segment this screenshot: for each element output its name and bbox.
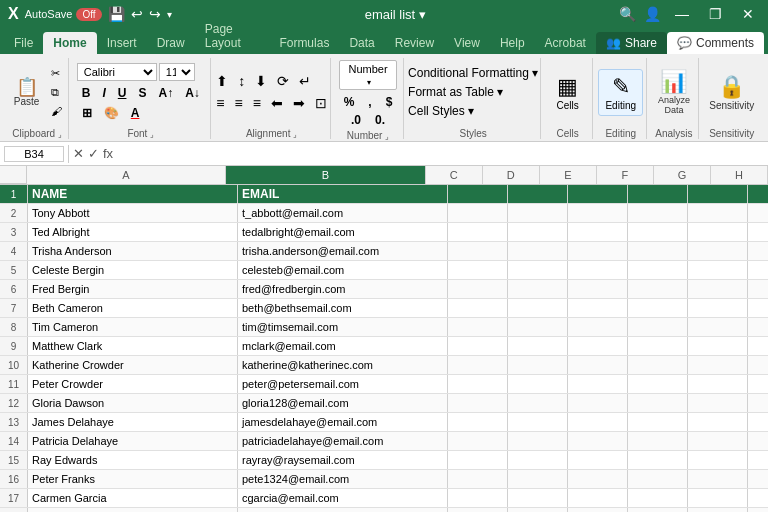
cell-C9[interactable] <box>448 337 508 355</box>
function-icon[interactable]: fx <box>103 146 113 161</box>
autosave-state[interactable]: Off <box>76 8 101 21</box>
col-header-b[interactable]: B <box>226 166 426 184</box>
email-cell[interactable]: tim@timsemail.com <box>238 318 448 336</box>
name-cell[interactable]: Gloria Dawson <box>28 394 238 412</box>
table-row[interactable]: 15Ray Edwardsrayray@raysemail.com <box>0 451 768 470</box>
fill-color-button[interactable]: 🎨 <box>99 105 124 121</box>
cell-F7[interactable] <box>628 299 688 317</box>
cell-styles-button[interactable]: Cell Styles ▾ <box>404 103 542 119</box>
table-row[interactable]: 9Matthew Clarkmclark@email.com <box>0 337 768 356</box>
cell-F12[interactable] <box>628 394 688 412</box>
sensitivity-button[interactable]: 🔒 Sensitivity <box>704 71 759 114</box>
copy-button[interactable]: ⧉ <box>47 84 66 101</box>
cell-E7[interactable] <box>568 299 628 317</box>
row-number-cell[interactable]: 11 <box>0 375 28 393</box>
row-number-cell[interactable]: 17 <box>0 489 28 507</box>
name-cell[interactable]: Tim Cameron <box>28 318 238 336</box>
editing-button[interactable]: ✎ Editing <box>598 69 643 116</box>
cell-F9[interactable] <box>628 337 688 355</box>
cell-G10[interactable] <box>688 356 748 374</box>
cell-H18[interactable] <box>748 508 768 512</box>
cell-C4[interactable] <box>448 242 508 260</box>
row-number-cell[interactable]: 9 <box>0 337 28 355</box>
cell-D13[interactable] <box>508 413 568 431</box>
col-header-h[interactable]: H <box>711 166 768 184</box>
center-align-button[interactable]: ≡ <box>230 93 246 113</box>
cell-G7[interactable] <box>688 299 748 317</box>
cell-E15[interactable] <box>568 451 628 469</box>
cell-G16[interactable] <box>688 470 748 488</box>
name-cell[interactable]: Peter Franks <box>28 470 238 488</box>
email-cell[interactable]: jamesdelahaye@email.com <box>238 413 448 431</box>
cell-G3[interactable] <box>688 223 748 241</box>
row-number-cell[interactable]: 14 <box>0 432 28 450</box>
italic-button[interactable]: I <box>97 85 110 101</box>
row-number-cell[interactable]: 1 <box>0 185 28 203</box>
tab-acrobat[interactable]: Acrobat <box>535 32 596 54</box>
paste-button[interactable]: 📋 Paste <box>9 75 45 110</box>
row-number-cell[interactable]: 13 <box>0 413 28 431</box>
orient-button[interactable]: ⟳ <box>273 71 293 91</box>
formula-input[interactable] <box>117 146 764 162</box>
cell-D14[interactable] <box>508 432 568 450</box>
cell-G6[interactable] <box>688 280 748 298</box>
cell-E12[interactable] <box>568 394 628 412</box>
row-number-cell[interactable]: 2 <box>0 204 28 222</box>
cell-E6[interactable] <box>568 280 628 298</box>
email-cell[interactable]: mgarcia@email.com <box>238 508 448 512</box>
indent-less-button[interactable]: ⬅ <box>267 93 287 113</box>
cell-C10[interactable] <box>448 356 508 374</box>
font-size-select[interactable]: 11 <box>159 63 195 81</box>
cell-F14[interactable] <box>628 432 688 450</box>
format-as-table-button[interactable]: Format as Table ▾ <box>404 84 542 100</box>
email-cell[interactable]: fred@fredbergin.com <box>238 280 448 298</box>
bold-button[interactable]: B <box>77 85 96 101</box>
name-cell[interactable]: Peter Crowder <box>28 375 238 393</box>
email-cell[interactable]: tedalbright@email.com <box>238 223 448 241</box>
email-cell[interactable]: t_abbott@email.com <box>238 204 448 222</box>
right-align-button[interactable]: ≡ <box>249 93 265 113</box>
cell-D15[interactable] <box>508 451 568 469</box>
name-cell[interactable]: Ted Albright <box>28 223 238 241</box>
name-cell[interactable]: Katherine Crowder <box>28 356 238 374</box>
comma-button[interactable]: , <box>363 94 376 110</box>
restore-button[interactable]: ❐ <box>703 4 728 24</box>
cell-D16[interactable] <box>508 470 568 488</box>
cell-H5[interactable] <box>748 261 768 279</box>
tab-view[interactable]: View <box>444 32 490 54</box>
cell-C14[interactable] <box>448 432 508 450</box>
autosave-toggle[interactable]: AutoSave Off <box>25 8 102 21</box>
cell-H4[interactable] <box>748 242 768 260</box>
cell-G11[interactable] <box>688 375 748 393</box>
format-painter-button[interactable]: 🖌 <box>47 103 66 119</box>
conditional-formatting-button[interactable]: Conditional Formatting ▾ <box>404 65 542 81</box>
name-cell[interactable]: Mike Garcia <box>28 508 238 512</box>
col-header-g[interactable]: G <box>654 166 711 184</box>
cell-E2[interactable] <box>568 204 628 222</box>
confirm-formula-icon[interactable]: ✓ <box>88 146 99 161</box>
cell-C7[interactable] <box>448 299 508 317</box>
cell-F11[interactable] <box>628 375 688 393</box>
underline-button[interactable]: U <box>113 85 132 101</box>
decrease-decimal-button[interactable]: 0. <box>370 112 390 128</box>
name-cell[interactable]: Trisha Anderson <box>28 242 238 260</box>
cell-F2[interactable] <box>628 204 688 222</box>
indent-more-button[interactable]: ➡ <box>289 93 309 113</box>
bottom-align-button[interactable]: ⬇ <box>251 71 271 91</box>
share-icon[interactable]: 👤 <box>644 6 661 22</box>
cell-E18[interactable] <box>568 508 628 512</box>
row-number-cell[interactable]: 6 <box>0 280 28 298</box>
cell-C3[interactable] <box>448 223 508 241</box>
name-cell[interactable]: NAME <box>28 185 238 203</box>
cell-D18[interactable] <box>508 508 568 512</box>
table-row[interactable]: 6Fred Berginfred@fredbergin.com <box>0 280 768 299</box>
table-row[interactable]: 17Carmen Garciacgarcia@email.com <box>0 489 768 508</box>
share-button[interactable]: 👥 Share <box>596 32 667 54</box>
wrap-text-button[interactable]: ↵ <box>295 71 315 91</box>
cell-G5[interactable] <box>688 261 748 279</box>
cell-C16[interactable] <box>448 470 508 488</box>
tab-page-layout[interactable]: Page Layout <box>195 18 270 54</box>
table-row[interactable]: 11Peter Crowderpeter@petersemail.com <box>0 375 768 394</box>
email-cell[interactable]: pete1324@email.com <box>238 470 448 488</box>
cell-reference-input[interactable]: B34 <box>4 146 64 162</box>
